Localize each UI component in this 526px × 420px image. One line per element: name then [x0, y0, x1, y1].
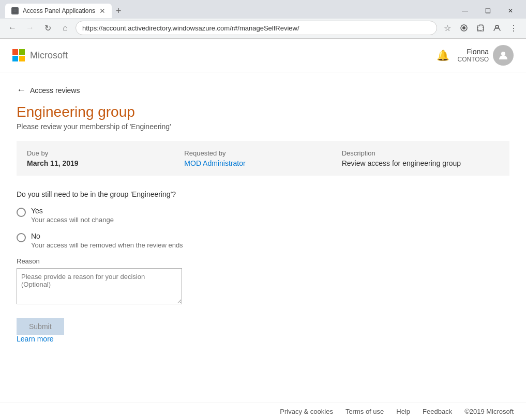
- new-tab-button[interactable]: +: [116, 6, 122, 15]
- no-label: No: [31, 232, 183, 240]
- ms-logo: Microsoft: [12, 49, 68, 61]
- window-controls: — ❑ ✕: [455, 4, 521, 18]
- user-info[interactable]: Fionna CONTOSO: [458, 45, 514, 66]
- logo-square-red: [12, 49, 18, 55]
- description-value: Review access for engineering group: [342, 159, 489, 167]
- no-option[interactable]: No Your access will be removed when the …: [17, 232, 509, 249]
- logo-square-green: [19, 49, 25, 55]
- requested-by-value[interactable]: MOD Administrator: [184, 159, 331, 167]
- forward-nav-button[interactable]: →: [23, 21, 37, 35]
- extensions-button[interactable]: [473, 21, 488, 35]
- yes-sublabel: Your access will not change: [31, 216, 114, 224]
- no-radio-button[interactable]: [17, 233, 26, 242]
- avatar[interactable]: [493, 45, 514, 66]
- user-org: CONTOSO: [458, 56, 489, 63]
- back-nav-button[interactable]: ←: [5, 21, 20, 35]
- requested-by-cell: Requested by MOD Administrator: [184, 149, 341, 167]
- privacy-link[interactable]: Privacy & cookies: [280, 408, 333, 415]
- tab-title: Access Panel Applications: [23, 7, 95, 14]
- yes-label-block: Yes Your access will not change: [31, 207, 114, 224]
- copyright: ©2019 Microsoft: [464, 408, 514, 415]
- page-title: Engineering group: [17, 104, 509, 120]
- logo-square-yellow: [19, 56, 25, 61]
- toolbar-icons: ☆ ⋮: [440, 21, 521, 35]
- requested-by-label: Requested by: [184, 149, 331, 157]
- title-bar: Access Panel Applications ✕ + — ❑ ✕: [0, 0, 526, 19]
- feedback-link[interactable]: Feedback: [423, 408, 452, 415]
- description-cell: Description Review access for engineerin…: [342, 149, 499, 167]
- address-input[interactable]: [76, 21, 437, 35]
- page-content: Microsoft 🔔 Fionna CONTOSO ← Access revi…: [0, 39, 526, 420]
- ms-logo-text: Microsoft: [30, 50, 68, 61]
- logo-square-blue: [12, 56, 18, 61]
- notification-bell-icon[interactable]: 🔔: [437, 49, 449, 61]
- user-display-name: Fionna: [458, 48, 489, 56]
- home-button[interactable]: ⌂: [58, 21, 72, 35]
- minimize-button[interactable]: —: [455, 4, 475, 18]
- yes-radio-button[interactable]: [17, 208, 26, 217]
- back-arrow-icon: ←: [17, 85, 26, 96]
- due-by-label: Due by: [27, 149, 174, 157]
- svg-rect-0: [13, 9, 17, 13]
- no-label-block: No Your access will be removed when the …: [31, 232, 183, 249]
- due-by-cell: Due by March 11, 2019: [27, 149, 184, 167]
- due-by-value: March 11, 2019: [27, 159, 174, 167]
- page-footer: Privacy & cookies Terms of use Help Feed…: [0, 402, 526, 420]
- browser-chrome: Access Panel Applications ✕ + — ❑ ✕ ← → …: [0, 0, 526, 39]
- restore-button[interactable]: ❑: [477, 4, 498, 18]
- reader-mode-button[interactable]: [457, 21, 471, 35]
- profile-button[interactable]: [490, 21, 504, 35]
- main-content: ← Access reviews Engineering group Pleas…: [0, 72, 526, 402]
- description-label: Description: [342, 149, 489, 157]
- terms-link[interactable]: Terms of use: [345, 408, 384, 415]
- help-link[interactable]: Help: [396, 408, 410, 415]
- close-button[interactable]: ✕: [500, 4, 521, 18]
- ms-header: Microsoft 🔔 Fionna CONTOSO: [0, 39, 526, 72]
- no-sublabel: Your access will be removed when the rev…: [31, 241, 183, 249]
- reason-textarea[interactable]: [17, 268, 182, 304]
- tab-page-icon: [11, 7, 19, 14]
- yes-option[interactable]: Yes Your access will not change: [17, 207, 509, 224]
- info-table: Due by March 11, 2019 Requested by MOD A…: [17, 141, 509, 176]
- user-name-block: Fionna CONTOSO: [458, 48, 489, 63]
- back-link[interactable]: ← Access reviews: [17, 85, 509, 96]
- learn-more-link[interactable]: Learn more: [17, 335, 54, 343]
- yes-label: Yes: [31, 207, 114, 215]
- refresh-button[interactable]: ↻: [40, 21, 55, 35]
- page-subtitle: Please review your membership of 'Engine…: [17, 122, 509, 131]
- address-bar: ← → ↻ ⌂ ☆ ⋮: [0, 19, 526, 38]
- back-link-text: Access reviews: [30, 86, 80, 95]
- tab-close-button[interactable]: ✕: [99, 7, 106, 15]
- review-question: Do you still need to be in the group 'En…: [17, 190, 509, 198]
- svg-point-3: [462, 26, 465, 29]
- menu-button[interactable]: ⋮: [506, 21, 521, 35]
- browser-tab[interactable]: Access Panel Applications ✕: [5, 4, 112, 18]
- ms-header-right: 🔔 Fionna CONTOSO: [437, 45, 514, 66]
- submit-button[interactable]: Submit: [17, 318, 64, 335]
- ms-logo-squares: [12, 49, 25, 61]
- favorites-button[interactable]: ☆: [440, 21, 455, 35]
- reason-label: Reason: [17, 257, 509, 265]
- svg-point-5: [501, 52, 505, 56]
